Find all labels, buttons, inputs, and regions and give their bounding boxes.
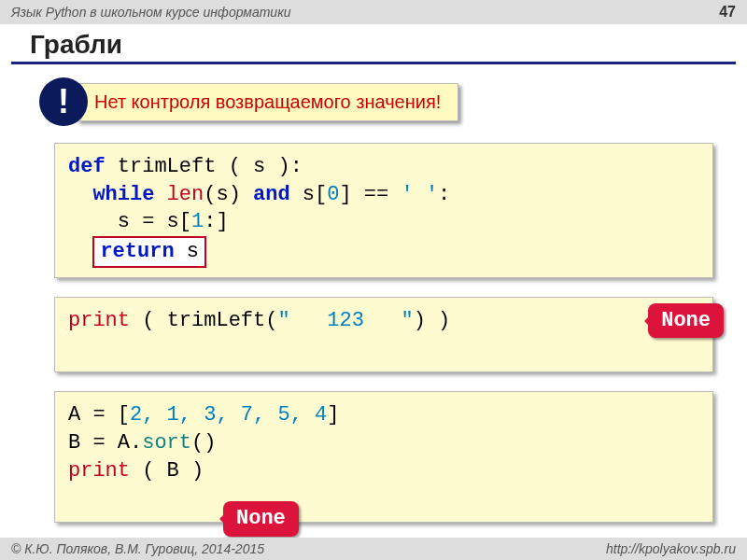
code-block-2: print ( trimLeft(" 123 ") ) None xyxy=(54,297,713,372)
warning: ! Нет контроля возвращаемого значения! xyxy=(39,77,747,126)
callout-none-2: None xyxy=(223,501,299,537)
page-number: 47 xyxy=(719,4,736,21)
footer-url: http://kpolyakov.spb.ru xyxy=(606,541,736,556)
return-highlight: return s xyxy=(92,236,206,268)
code-block-3: A = [2, 1, 3, 7, 5, 4] B = A.sort() prin… xyxy=(54,391,713,523)
code-block-1: def trimLeft ( s ): while len(s) and s[0… xyxy=(54,143,713,278)
exclamation-icon: ! xyxy=(39,77,88,126)
slide-title: Грабли xyxy=(11,24,736,64)
copyright: © К.Ю. Поляков, В.М. Гуровиц, 2014-2015 xyxy=(11,541,264,556)
slide-footer: © К.Ю. Поляков, В.М. Гуровиц, 2014-2015 … xyxy=(0,538,747,560)
slide-header: Язык Python в школьном курсе информатики… xyxy=(0,0,747,24)
warning-text: Нет контроля возвращаемого значения! xyxy=(77,83,458,121)
course-title: Язык Python в школьном курсе информатики xyxy=(11,5,291,20)
callout-none-1: None xyxy=(648,303,724,339)
